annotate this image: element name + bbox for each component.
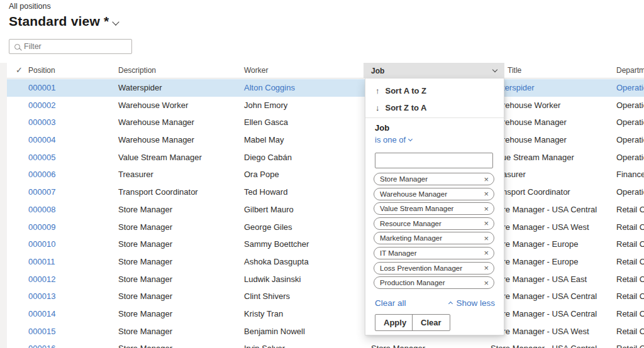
filter-chip: Resource Manager× (374, 217, 494, 230)
table-row[interactable]: 000002Warehouse WorkerJohn EmoryWarehous… (7, 97, 644, 114)
filter-chip: Production Manager× (374, 276, 494, 289)
cell-department: Retail Operations (616, 219, 644, 236)
cell-title: Store Manager - USA Central (491, 340, 597, 348)
cell-position-link[interactable]: 000007 (28, 183, 55, 201)
filter-operator-label: is one of (375, 135, 406, 144)
table-row[interactable]: 000004Warehouse ManagerMabel MayWarehous… (7, 131, 644, 149)
cell-department: Retail Operations (616, 271, 644, 288)
cell-description: Transport Coordinator (118, 183, 198, 201)
cell-position-link[interactable]: 000009 (28, 219, 55, 236)
table-row[interactable]: 000012Store ManagerLudwik JasinskiStore … (7, 271, 644, 288)
sort-ascending-item[interactable]: ↑ Sort A to Z (365, 82, 504, 99)
cell-department[interactable]: Operations (616, 79, 644, 97)
cell-position-link[interactable]: 000016 (28, 340, 55, 348)
cell-description: Store Manager (118, 236, 172, 253)
show-less-link[interactable]: Show less (449, 298, 495, 308)
select-all-check-icon[interactable]: ✓ (16, 65, 23, 75)
job-column-label: Job (371, 67, 493, 75)
cell-department: Retail Operations (616, 236, 644, 253)
cell-worker: Ellen Gasca (244, 114, 288, 131)
chip-remove-icon[interactable]: × (484, 219, 489, 227)
table-row[interactable]: 000001WaterspiderAlton CogginsWaterspide… (7, 79, 644, 97)
clear-all-link[interactable]: Clear all (375, 298, 406, 308)
column-header-job[interactable]: Job (364, 63, 504, 79)
table-row[interactable]: 000005Value Stream ManagerDiego CabánVal… (7, 149, 644, 166)
column-header-department[interactable]: Department (616, 66, 644, 75)
table-row[interactable]: 000007Transport CoordinatorTed HowardTra… (7, 183, 644, 201)
cell-title: Store Manager - USA West (491, 219, 589, 236)
cell-title: Store Manager - USA Central (491, 288, 597, 305)
cell-position-link[interactable]: 000012 (28, 271, 55, 288)
cell-position-link[interactable]: 000002 (28, 97, 55, 114)
filter-operator-dropdown[interactable]: is one of (375, 135, 412, 144)
clear-button[interactable]: Clear (412, 314, 450, 331)
column-header-worker[interactable]: Worker (244, 66, 268, 75)
positions-list-page: All positions Standard view * ✓ Position… (0, 0, 644, 348)
cell-description: Store Manager (118, 288, 172, 305)
sort-descending-item[interactable]: ↓ Sort Z to A (365, 99, 504, 116)
table-row[interactable]: 000016Store ManagerIrvin SalyerStore Man… (7, 340, 644, 348)
filter-field-label: Job (375, 123, 389, 133)
chip-remove-icon[interactable]: × (484, 279, 489, 287)
cell-worker: Irvin Salyer (244, 340, 285, 348)
arrow-down-icon: ↓ (375, 103, 380, 112)
table-row[interactable]: 000015Store ManagerBenjamin NowellStore … (7, 323, 644, 340)
cell-position-link[interactable]: 000006 (28, 166, 55, 183)
cell-position-link[interactable]: 000003 (28, 114, 55, 131)
quick-filter-input[interactable] (24, 42, 118, 51)
table-row[interactable]: 000003Warehouse ManagerEllen GascaWareho… (7, 114, 644, 131)
cell-position-link[interactable]: 000011 (28, 253, 55, 271)
cell-department: Retail Operations (616, 288, 644, 305)
cell-position-link[interactable]: 000005 (28, 149, 55, 166)
filter-value-input[interactable] (375, 153, 493, 168)
cell-worker: Ashoka Dasgupta (244, 253, 309, 271)
chip-remove-icon[interactable]: × (484, 190, 489, 198)
cell-position-link[interactable]: 000004 (28, 131, 55, 149)
table-row[interactable]: 000014Store ManagerKristy TranStore Mana… (7, 305, 644, 323)
cell-worker: Ludwik Jasinski (244, 271, 301, 288)
apply-button[interactable]: Apply (375, 314, 415, 331)
filter-chip-label: Resource Manager (380, 220, 484, 227)
cell-description: Store Manager (118, 201, 172, 219)
cell-description: Store Manager (118, 305, 172, 323)
page-title: Standard view * (9, 14, 109, 29)
view-selector[interactable]: Standard view * (9, 14, 118, 29)
cell-department: Retail Operations (616, 201, 644, 219)
cell-title: Store Manager - USA Central (491, 201, 597, 219)
chip-remove-icon[interactable]: × (484, 234, 489, 242)
cell-department: Retail Operations (616, 305, 644, 323)
chip-remove-icon[interactable]: × (484, 175, 489, 183)
cell-position-link[interactable]: 000014 (28, 305, 55, 323)
cell-description: Store Manager (118, 253, 172, 271)
cell-department: Operations (616, 183, 644, 201)
filter-chip-list: Store Manager×Warehouse Manager×Value St… (374, 173, 494, 289)
table-row[interactable]: 000010Store ManagerSammy BoettcherStore … (7, 236, 644, 253)
filter-chip-label: Warehouse Manager (380, 190, 484, 198)
table-row[interactable]: 000006TreasurerOra PopeTreasurerFinance (7, 166, 644, 183)
table-row[interactable]: 000009Store ManagerGeorge GilesStore Man… (7, 219, 644, 236)
cell-position-link[interactable]: 000013 (28, 288, 55, 305)
table-row[interactable]: 000013Store ManagerClint ShiversStore Ma… (7, 288, 644, 305)
table-row[interactable]: 000008Store ManagerGilbert MauroStore Ma… (7, 201, 644, 219)
cell-department: Operations (616, 149, 644, 166)
cell-position-link[interactable]: 000001 (28, 79, 55, 97)
cell-position-link[interactable]: 000010 (28, 236, 55, 253)
flyout-divider (365, 117, 504, 118)
cell-worker: Sammy Boettcher (244, 236, 309, 253)
column-header-description[interactable]: Description (118, 66, 156, 75)
chip-remove-icon[interactable]: × (484, 205, 489, 213)
quick-filter[interactable] (9, 39, 132, 54)
cell-position-link[interactable]: 000015 (28, 323, 55, 340)
cell-position-link[interactable]: 000008 (28, 201, 55, 219)
chip-remove-icon[interactable]: × (484, 249, 489, 257)
column-header-title[interactable]: Title (508, 66, 521, 75)
grid-body: 000001WaterspiderAlton CogginsWaterspide… (0, 79, 644, 348)
breadcrumb[interactable]: All positions (9, 2, 51, 11)
cell-title: Store Manager - USA West (491, 323, 589, 340)
chip-remove-icon[interactable]: × (484, 264, 489, 272)
column-header-position[interactable]: Position (28, 66, 55, 75)
table-row[interactable]: 000011Store ManagerAshoka DasguptaStore … (7, 253, 644, 271)
cell-worker[interactable]: Alton Coggins (244, 79, 295, 97)
filter-chip-label: Loss Prevention Manager (380, 264, 484, 272)
cell-description: Waterspider (118, 79, 162, 97)
